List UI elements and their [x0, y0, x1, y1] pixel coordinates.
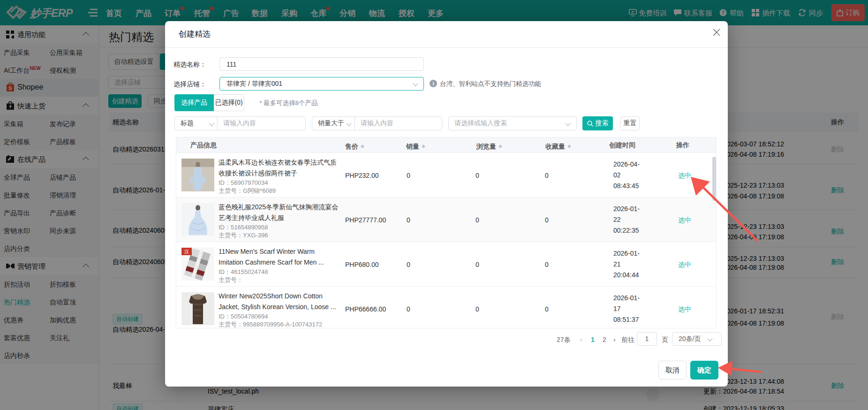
svg-text:汉: 汉 — [184, 249, 189, 254]
svg-text:i: i — [432, 81, 434, 86]
